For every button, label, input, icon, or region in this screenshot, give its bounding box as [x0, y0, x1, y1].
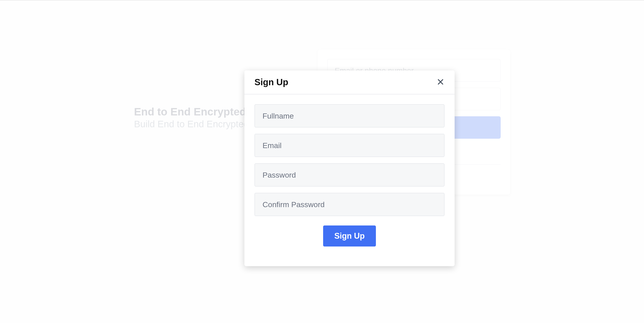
modal-title: Sign Up — [254, 77, 288, 87]
close-button[interactable] — [435, 77, 446, 88]
confirm-password-input[interactable] — [254, 193, 444, 216]
fullname-input[interactable] — [254, 104, 444, 128]
modal-body: Sign Up — [244, 94, 454, 266]
email-input[interactable] — [254, 134, 444, 157]
signup-button[interactable]: Sign Up — [323, 226, 376, 246]
close-icon — [437, 78, 444, 86]
modal-header: Sign Up — [244, 70, 454, 94]
password-input[interactable] — [254, 163, 444, 186]
signup-modal: Sign Up Sign Up — [244, 70, 454, 266]
